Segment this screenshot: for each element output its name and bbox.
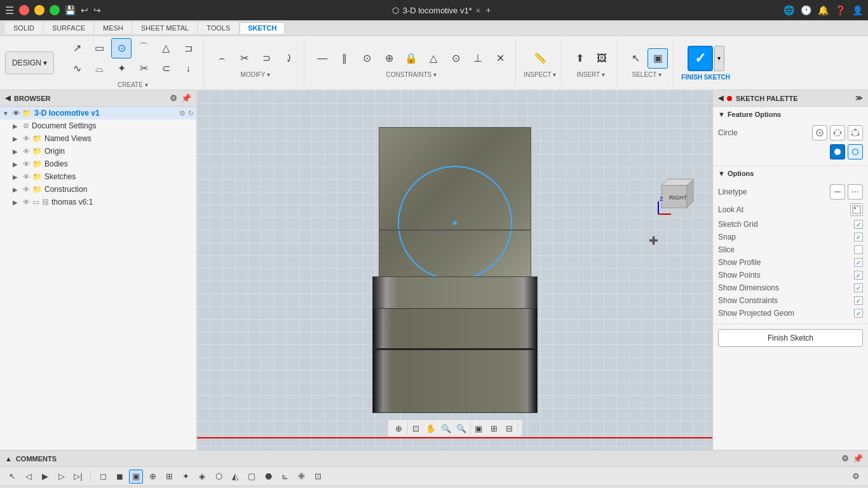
sketch-btn5[interactable]: ⊞	[162, 470, 176, 484]
sketch-btn1[interactable]: ◻	[96, 470, 110, 484]
finish-sketch-button[interactable]: Finish Sketch	[718, 329, 863, 347]
feature-options-title[interactable]: ▼ Feature Options	[718, 111, 863, 118]
circle-tool[interactable]: ⊙	[111, 38, 132, 58]
break-tool[interactable]: ⤸	[278, 48, 299, 69]
linetype-dashed[interactable]	[848, 184, 863, 200]
help-icon[interactable]: ❓	[835, 5, 846, 15]
show-profile-cb[interactable]	[854, 258, 863, 267]
circle-center-icon[interactable]	[812, 125, 827, 140]
settings-gear-btn[interactable]: ⚙	[849, 470, 863, 484]
clock-icon[interactable]: 🕐	[801, 5, 811, 15]
grid-tool[interactable]: ⊞	[487, 421, 501, 435]
point-tool[interactable]: ✦	[111, 58, 132, 79]
circle-2pt-icon[interactable]	[830, 125, 845, 140]
notification-icon[interactable]: 🔔	[818, 5, 829, 15]
rectangle-tool[interactable]: ▭	[89, 38, 109, 58]
midpoint-tool[interactable]: ⊕	[379, 48, 399, 69]
create-label[interactable]: CREATE ▾	[118, 81, 148, 88]
slice-checkbox[interactable]	[854, 245, 863, 254]
sketch-btn3[interactable]: ▣	[129, 470, 143, 484]
measure-tool[interactable]: 📏	[530, 48, 550, 69]
circle-3pt-icon[interactable]	[848, 125, 863, 140]
nav-play-btn[interactable]: ▶	[38, 470, 52, 484]
comments-pin-icon[interactable]: 📌	[853, 454, 863, 463]
select-box-tool[interactable]: ▣	[648, 48, 668, 69]
show-constraints-checkbox[interactable]	[854, 296, 863, 305]
design-dropdown[interactable]: DESIGN ▾	[5, 51, 54, 74]
modify-label[interactable]: MODIFY ▾	[241, 71, 270, 78]
insert-label[interactable]: INSERT ▾	[577, 71, 605, 78]
select-label[interactable]: SELECT ▾	[632, 71, 662, 78]
pan-tool[interactable]: ✋	[424, 421, 438, 435]
tab-sketch[interactable]: SKETCH	[240, 22, 285, 34]
snap-checkbox[interactable]	[854, 233, 863, 241]
conic-curve-tool[interactable]: ⌓	[89, 58, 109, 79]
sketch-btn10[interactable]: ▢	[245, 470, 259, 484]
eye-construction[interactable]: 👁	[23, 186, 30, 193]
eye-root[interactable]: 👁	[13, 109, 20, 117]
tab-surface[interactable]: SURFACE	[44, 22, 93, 34]
trim2-tool[interactable]: ✂	[234, 48, 254, 69]
finish-sketch-dropdown-btn[interactable]: ▾	[714, 46, 724, 71]
root-gear-icon[interactable]: ⚙	[179, 109, 186, 118]
concentric-tool[interactable]: ⊙	[356, 48, 377, 69]
sketch-btn2[interactable]: ◼	[112, 470, 126, 484]
show-projected-cb[interactable]	[854, 309, 863, 318]
orbit-tool[interactable]: ⊕	[391, 421, 405, 435]
min-btn[interactable]	[34, 5, 44, 15]
lookat-btn[interactable]	[850, 203, 863, 216]
globe-icon[interactable]: 🌐	[783, 5, 794, 15]
display-mode-tool[interactable]: ▣	[471, 421, 485, 435]
polygon-tool[interactable]: △	[156, 38, 176, 58]
undo-icon[interactable]: ↩	[81, 5, 88, 15]
user-icon[interactable]: 👤	[852, 5, 863, 15]
collinear-tool[interactable]: ∥	[334, 48, 355, 69]
slice-cb[interactable]	[854, 245, 863, 254]
show-dimensions-checkbox[interactable]	[854, 283, 863, 292]
sketch-btn4[interactable]: ⊕	[146, 470, 159, 484]
comments-settings-icon[interactable]: ⚙	[841, 454, 849, 463]
sketch-btn13[interactable]: ✙	[294, 470, 308, 484]
fix-tool[interactable]: 🔒	[401, 48, 421, 69]
snap-cb[interactable]	[854, 233, 863, 241]
show-constraints-cb[interactable]	[854, 296, 863, 305]
zoom-window-tool[interactable]: 🔍	[454, 421, 468, 435]
browser-item-named-views[interactable]: ▶ 👁 📁 Named Views	[0, 132, 196, 145]
browser-item-root[interactable]: ▼ 👁 📁 3-D locomotive v1 ⚙ ↻	[0, 107, 196, 119]
fit-tool[interactable]: ⊡	[409, 421, 423, 435]
extend-tool[interactable]: ⊃	[256, 48, 276, 69]
nav-end-btn[interactable]: ▷|	[71, 470, 85, 484]
comments-collapse-icon[interactable]: ▲	[5, 455, 12, 463]
nav-back-btn[interactable]: ◁	[22, 470, 36, 484]
linetype-solid[interactable]	[830, 184, 845, 200]
sketch-btn11[interactable]: ⬣	[261, 470, 275, 484]
browser-pin-icon[interactable]: 📌	[181, 93, 191, 103]
show-dimensions-cb[interactable]	[854, 283, 863, 292]
browser-item-bodies[interactable]: ▶ 👁 📁 Bodies	[0, 158, 196, 170]
zoom-in-tool[interactable]: 🔍	[439, 421, 453, 435]
constraints-label[interactable]: CONSTRAINTS ▾	[386, 71, 437, 78]
palette-expand-icon[interactable]: ≫	[855, 94, 863, 102]
show-projected-checkbox[interactable]	[854, 309, 863, 318]
show-profile-checkbox[interactable]	[854, 258, 863, 267]
arc-tool[interactable]: ⌒	[133, 38, 154, 58]
show-points-cb[interactable]	[854, 271, 863, 280]
finish-sketch-check-btn[interactable]: ✓	[688, 46, 713, 71]
browser-item-origin[interactable]: ▶ 👁 📁 Origin	[0, 145, 196, 158]
save-icon[interactable]: 💾	[65, 5, 76, 15]
insert-tool[interactable]: ⬆	[569, 48, 590, 69]
eye-named-views[interactable]: 👁	[23, 135, 30, 142]
circle-filled-icon[interactable]	[830, 144, 845, 159]
spline-tool[interactable]: ∿	[67, 58, 87, 79]
view-toggle-tool[interactable]: ⊟	[502, 421, 516, 435]
coincident-tool[interactable]: —	[312, 48, 332, 69]
trim-tool[interactable]: ✂	[133, 58, 154, 79]
browser-item-sketches[interactable]: ▶ 👁 📁 Sketches	[0, 170, 196, 183]
tab-tools[interactable]: TOOLS	[198, 22, 238, 34]
redo-icon[interactable]: ↪	[93, 5, 101, 15]
slot-tool[interactable]: ⊐	[178, 38, 198, 58]
fillet-tool[interactable]: ⌢	[212, 48, 232, 69]
sketch-btn9[interactable]: ◭	[228, 470, 242, 484]
add-tab-icon[interactable]: ＋	[484, 4, 492, 16]
eye-sketches[interactable]: 👁	[23, 173, 30, 180]
